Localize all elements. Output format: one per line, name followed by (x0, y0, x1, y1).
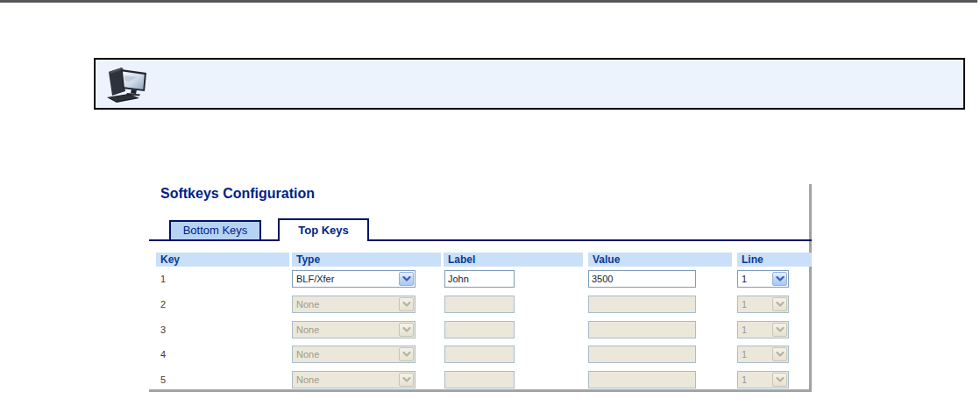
top-divider-bar (0, 0, 977, 3)
table-row: 5 None 1 (149, 371, 812, 388)
column-header-label: Label (444, 253, 583, 267)
tab-top-keys[interactable]: Top Keys (278, 218, 369, 241)
key-number: 5 (160, 374, 166, 385)
chevron-down-icon[interactable] (772, 272, 787, 286)
table-row: 4 None 1 (149, 346, 812, 363)
label-input (444, 346, 515, 363)
line-dropdown-value: 1 (742, 299, 747, 310)
line-dropdown-value: 1 (742, 349, 747, 360)
type-dropdown-value: BLF/Xfer (296, 274, 334, 284)
column-header-value: Value (588, 253, 732, 267)
line-dropdown: 1 (737, 346, 789, 363)
key-number: 3 (160, 324, 166, 335)
column-header-key: Key (156, 253, 289, 267)
value-input (588, 346, 696, 363)
type-dropdown[interactable]: BLF/Xfer (292, 270, 415, 288)
line-dropdown-value: 1 (742, 274, 747, 284)
chevron-down-icon (772, 297, 787, 311)
value-input (588, 296, 696, 313)
line-dropdown: 1 (737, 321, 789, 338)
chevron-down-icon[interactable] (399, 347, 414, 361)
chevron-down-icon (772, 323, 787, 337)
line-dropdown[interactable]: 1 (737, 270, 789, 288)
label-input (444, 321, 515, 338)
chevron-down-icon (772, 373, 787, 387)
chevron-down-icon[interactable] (399, 323, 414, 337)
page-title: Softkeys Configuration (160, 186, 315, 202)
type-dropdown[interactable]: None (292, 371, 415, 388)
type-dropdown-value: None (296, 324, 319, 335)
tab-bottom-keys[interactable]: Bottom Keys (169, 220, 261, 241)
value-input (588, 371, 696, 388)
line-dropdown-value: 1 (742, 324, 747, 335)
page: Softkeys Configuration Bottom Keys Top K… (0, 0, 980, 399)
type-dropdown[interactable]: None (292, 296, 415, 313)
label-input[interactable] (444, 270, 515, 288)
key-number: 2 (160, 299, 166, 310)
label-input (444, 296, 515, 313)
info-banner (94, 58, 965, 110)
value-input (588, 321, 696, 338)
type-dropdown-value: None (296, 349, 319, 360)
chevron-down-icon[interactable] (399, 297, 414, 311)
softkeys-panel: Softkeys Configuration Bottom Keys Top K… (149, 184, 812, 392)
table-row: 2 None 1 (149, 296, 812, 313)
line-dropdown: 1 (737, 296, 789, 313)
line-dropdown: 1 (737, 371, 789, 388)
table-row: 3 None 1 (149, 321, 812, 338)
value-input[interactable] (588, 270, 696, 288)
key-number: 1 (160, 274, 166, 284)
key-number: 4 (160, 349, 166, 360)
line-dropdown-value: 1 (742, 374, 747, 385)
desktop-computer-icon (102, 64, 151, 106)
column-header-line: Line (737, 253, 812, 267)
type-dropdown-value: None (296, 374, 319, 385)
type-dropdown[interactable]: None (292, 346, 415, 363)
chevron-down-icon[interactable] (399, 272, 414, 286)
label-input (444, 371, 515, 388)
table-row: 1 BLF/Xfer 1 (149, 270, 812, 288)
type-dropdown[interactable]: None (292, 321, 415, 338)
type-dropdown-value: None (296, 299, 319, 310)
chevron-down-icon[interactable] (399, 373, 414, 387)
column-header-type: Type (292, 253, 441, 267)
chevron-down-icon (772, 347, 787, 361)
